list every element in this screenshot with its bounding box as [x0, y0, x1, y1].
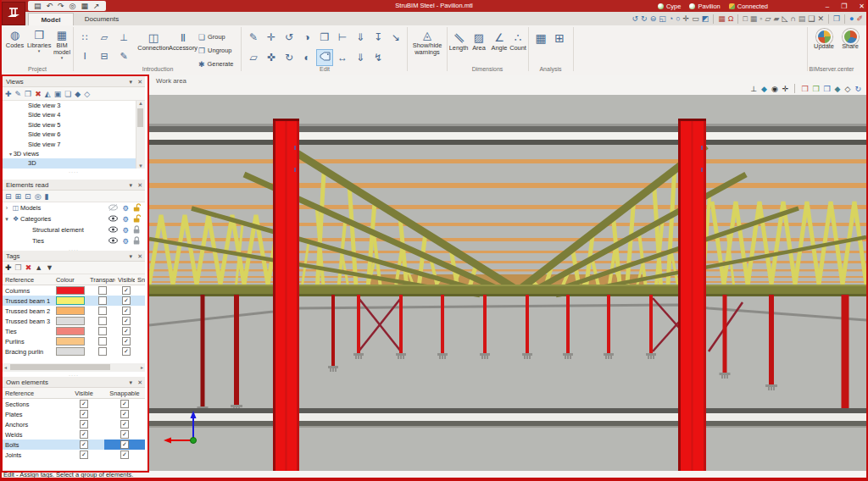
protractor-icon[interactable]: ∩ — [790, 14, 795, 24]
own-elements-column-header[interactable]: Snappable — [104, 388, 145, 399]
collapse-chevron-icon[interactable]: ▾ — [130, 180, 133, 191]
gear-icon[interactable]: ⚙ — [122, 204, 129, 213]
redraw-icon[interactable]: ◩ — [702, 14, 709, 24]
visible-checkbox[interactable]: ✓ — [80, 451, 88, 459]
close-panel-icon[interactable]: ✕ — [137, 76, 142, 87]
visible-checkbox[interactable]: ✓ — [80, 400, 88, 408]
calculator-update-icon[interactable]: ⊞ — [551, 30, 568, 46]
scrollbar-thumb[interactable] — [137, 108, 143, 127]
app-logo-icon[interactable] — [2, 2, 25, 25]
colour-swatch[interactable] — [56, 347, 85, 356]
show-hide-warnings-button[interactable]: ◬Show/hide warnings — [409, 28, 445, 56]
tile-vertical-icon[interactable]: ⊞ — [15, 192, 22, 201]
own-elements-column-header[interactable]: Reference — [3, 388, 64, 399]
collapse-chevron-icon[interactable]: ▾ — [130, 377, 133, 388]
wire-view-icon[interactable]: ◇ — [84, 90, 90, 98]
transparent-checkbox[interactable] — [98, 317, 107, 325]
lock-icon[interactable] — [133, 203, 141, 213]
transparent-checkbox[interactable] — [98, 347, 107, 356]
bolt-icon[interactable]: ⊟ — [96, 48, 113, 64]
descend-tool[interactable]: ⇓ — [352, 49, 369, 66]
search-icon[interactable]: ◎ — [35, 192, 42, 201]
tag-row[interactable]: Trussed beam 2✓ — [3, 306, 145, 316]
clip-red-icon[interactable]: ❒ — [801, 85, 808, 93]
connection-status[interactable]: Connected — [729, 3, 768, 10]
lock-icon[interactable] — [133, 225, 141, 235]
magnet-icon[interactable]: Ω — [728, 14, 734, 24]
erase-tool[interactable]: ▱ — [245, 49, 262, 66]
tag-row[interactable]: Purlins✓ — [3, 336, 145, 346]
edit-view-icon[interactable]: ✎ — [15, 90, 22, 98]
panel-splitter[interactable]: ···· — [3, 169, 145, 178]
new-view-icon[interactable]: ✚ — [5, 90, 12, 98]
visible-checkbox[interactable]: ✓ — [80, 420, 88, 428]
scrollbar-thumb[interactable] — [10, 364, 110, 370]
web-icon[interactable]: ● — [849, 14, 854, 24]
view-list-item[interactable]: 3D — [3, 158, 145, 168]
orbit-free-icon[interactable]: ↻ — [641, 14, 648, 24]
clip-blue-icon[interactable]: ❒ — [824, 85, 831, 93]
comment-icon[interactable]: ❑ — [808, 14, 815, 24]
rotate-view-icon[interactable]: ↻ — [854, 85, 861, 93]
ruler-vertical-icon[interactable]: ▰ — [773, 14, 779, 24]
ruler-icon[interactable]: ▱ — [765, 14, 771, 24]
zoom-extents-icon[interactable]: ○ — [676, 14, 680, 24]
jack-icon[interactable]: ⊥ — [115, 30, 132, 45]
accessory-button[interactable]: ⅡAccessory — [166, 30, 200, 52]
insert-tool[interactable]: ⇓ — [352, 29, 369, 46]
visible-checkbox[interactable]: ✓ — [122, 286, 131, 295]
snappable-checkbox[interactable]: ✓ — [120, 430, 129, 439]
lower-tool[interactable]: ↧ — [370, 29, 387, 46]
drop-tool[interactable]: ↘ — [387, 29, 404, 46]
snappable-checkbox[interactable]: ✓ — [120, 400, 129, 408]
eye-icon[interactable] — [108, 226, 118, 235]
view-list-item[interactable]: Side view 3 — [3, 101, 145, 110]
tile-grid-icon[interactable]: ⊡ — [25, 192, 31, 201]
visible-checkbox[interactable]: ✓ — [122, 347, 131, 356]
grid-icon[interactable]: ▦ — [750, 14, 758, 24]
clipboard-icon[interactable]: ▤ — [798, 14, 806, 24]
visible-checkbox[interactable]: ✓ — [122, 307, 131, 315]
viewport-3d-scene[interactable] — [149, 95, 866, 471]
move-tool[interactable]: ✛ — [263, 29, 280, 46]
assign-tags-tool[interactable] — [316, 49, 333, 66]
origin-icon[interactable]: ✛ — [782, 85, 789, 93]
tag-row[interactable]: Ties✓ — [3, 326, 145, 336]
zoom-window-icon[interactable]: ◱ — [659, 14, 666, 24]
axes-icon[interactable]: ⊥ — [750, 85, 757, 93]
gear-icon[interactable]: ⚙ — [122, 237, 129, 246]
mirror-vertical-tool[interactable]: ◑ — [298, 29, 315, 46]
print-icon[interactable]: ▦ — [81, 2, 88, 10]
own-element-row[interactable]: Joints✓✓ — [3, 450, 145, 460]
erase-icon[interactable]: ✕ — [817, 14, 824, 24]
gear-icon[interactable]: ⚙ — [122, 226, 129, 235]
view-list-item[interactable]: Side view 5 — [3, 120, 145, 130]
pan-icon[interactable]: ✛ — [683, 14, 690, 24]
transparent-checkbox[interactable] — [98, 296, 107, 305]
close-panel-icon[interactable]: ✕ — [137, 377, 142, 388]
visible-checkbox[interactable]: ✓ — [80, 440, 88, 449]
lock-icon[interactable] — [133, 214, 141, 224]
visible-checkbox[interactable]: ✓ — [80, 430, 88, 439]
close-button[interactable]: ✕ — [859, 3, 865, 10]
close-panel-icon[interactable]: ✕ — [137, 251, 142, 262]
codes-button[interactable]: ◍Codes — [3, 28, 26, 49]
colour-swatch[interactable] — [56, 307, 85, 315]
frame-icon[interactable]: □ — [743, 14, 747, 24]
update-button[interactable]: Update — [812, 29, 836, 50]
visible-checkbox[interactable]: ✓ — [122, 337, 131, 346]
own-element-row[interactable]: Welds✓✓ — [3, 429, 145, 440]
collapse-chevron-icon[interactable]: ▾ — [130, 251, 133, 262]
snappable-checkbox[interactable]: ✓ — [120, 451, 129, 459]
group-button[interactable]: ❏Group — [198, 30, 241, 43]
tag-row[interactable]: Columns✓ — [3, 285, 145, 296]
tree-expander[interactable]: › — [3, 205, 11, 211]
tags-column-header[interactable]: Colour — [53, 274, 87, 285]
views-scrollbar[interactable]: ▲▼ — [136, 101, 145, 169]
colour-swatch[interactable] — [56, 327, 85, 335]
align-tool[interactable]: ⊢ — [334, 29, 351, 46]
calculator-icon[interactable]: ▦ — [532, 30, 549, 46]
tags-column-header[interactable]: Sna — [135, 274, 145, 285]
grid-icon[interactable]: ∷ — [76, 30, 93, 45]
route-tool[interactable]: ↯ — [370, 49, 387, 66]
